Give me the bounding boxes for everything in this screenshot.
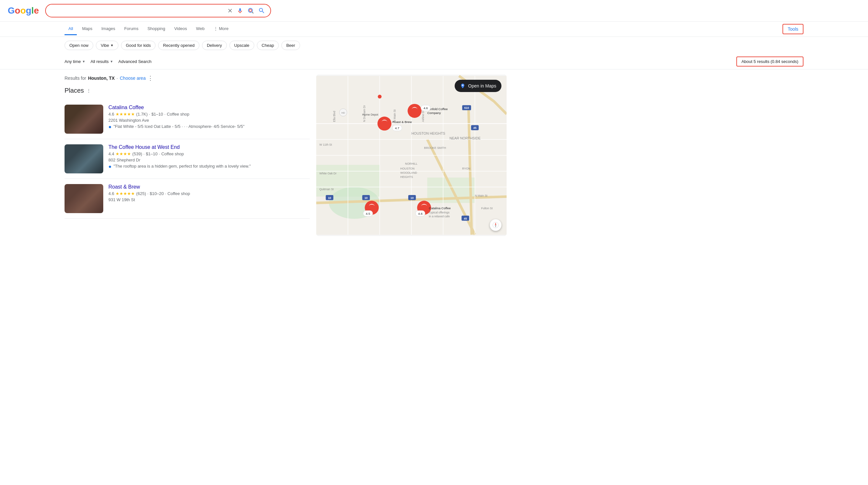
lens-button[interactable] xyxy=(247,7,254,14)
compass-button[interactable] xyxy=(490,219,501,231)
place-image-catalina xyxy=(65,105,103,134)
svg-point-73 xyxy=(462,85,463,86)
results-count: About 5 results (0.84 seconds) xyxy=(736,57,803,66)
tab-more[interactable]: ⋮ More xyxy=(210,23,232,35)
rating-stars-roast-brew: ★★★★★ xyxy=(116,191,135,196)
place-card-roast-brew: Roast & Brew 4.6 ★★★★★ (625) · $10–20 · … xyxy=(65,179,310,219)
svg-point-1 xyxy=(249,9,252,11)
place-info-coffee-house: The Coffee House at West End 4.4 ★★★★ (5… xyxy=(108,144,310,173)
any-time-arrow-icon: ▼ xyxy=(82,60,86,63)
clear-icon xyxy=(227,8,233,13)
svg-marker-76 xyxy=(495,225,496,228)
places-header: Places ⋮ xyxy=(65,87,310,94)
filter-chips: Open now Vibe ▼ Good for kids Recently o… xyxy=(0,37,868,54)
place-meta-roast-brew: 4.6 ★★★★★ (625) · $10–20 · Coffee shop xyxy=(108,191,310,196)
places-menu-icon[interactable]: ⋮ xyxy=(87,88,91,93)
svg-text:4.6: 4.6 xyxy=(418,212,423,216)
chip-vibe[interactable]: Vibe ▼ xyxy=(96,41,118,50)
svg-text:45: 45 xyxy=(464,217,467,220)
voice-search-button[interactable] xyxy=(237,7,243,14)
chip-cheap[interactable]: Cheap xyxy=(257,41,279,50)
svg-text:HD: HD xyxy=(341,111,345,114)
svg-text:in a relaxed cafe: in a relaxed cafe xyxy=(429,215,450,218)
tab-maps[interactable]: Maps xyxy=(78,23,96,35)
svg-line-2 xyxy=(252,12,254,13)
svg-text:4.7: 4.7 xyxy=(395,126,400,130)
place-name-catalina[interactable]: Catalina Coffee xyxy=(108,105,310,110)
tab-forums[interactable]: Forums xyxy=(120,23,142,35)
places-title: Places xyxy=(65,87,84,94)
tab-all[interactable]: All xyxy=(65,23,77,35)
chip-beer[interactable]: Beer xyxy=(281,41,300,50)
place-card-coffee-house: The Coffee House at West End 4.4 ★★★★ (5… xyxy=(65,139,310,179)
place-meta-catalina: 4.6 ★★★★★ (1.7K) · $1–10 · Coffee shop xyxy=(108,112,310,117)
map-svg: Ella Blvd N Durham Dr N Main St Airline … xyxy=(316,75,506,236)
maps-logo-icon xyxy=(460,83,466,89)
svg-text:W 11th St: W 11th St xyxy=(319,143,332,147)
chip-delivery[interactable]: Delivery xyxy=(202,41,227,50)
place-info-roast-brew: Roast & Brew 4.6 ★★★★★ (625) · $10–20 · … xyxy=(108,184,310,213)
search-tools-bar: Any time ▼ All results ▼ Advanced Search… xyxy=(0,54,868,69)
main-content: Results for Houston, TX · Choose area ⋮ … xyxy=(0,69,868,241)
svg-text:Home Depot: Home Depot xyxy=(362,113,378,116)
rating-stars-coffee-house: ★★★★ xyxy=(116,151,131,156)
svg-text:Roast & Brew: Roast & Brew xyxy=(392,120,412,124)
nav-tabs: All Maps Images Forums Shopping Videos W… xyxy=(0,22,868,37)
chip-upscale[interactable]: Upscale xyxy=(229,41,254,50)
svg-point-60 xyxy=(378,95,382,98)
search-input[interactable]: allintitle:best coffee places in Houston xyxy=(51,8,225,13)
svg-text:BROOKE SMITH: BROOKE SMITH xyxy=(424,146,446,149)
svg-text:N Main St: N Main St xyxy=(475,194,488,197)
search-bar: allintitle:best coffee places in Houston xyxy=(45,4,271,18)
all-results-arrow-icon: ▼ xyxy=(110,60,113,63)
svg-text:4.5: 4.5 xyxy=(366,212,370,216)
svg-text:Quitman St: Quitman St xyxy=(319,188,334,191)
header: Google allintitle:best coffee places in … xyxy=(0,0,868,22)
svg-text:Airline Dr: Airline Dr xyxy=(422,110,425,122)
svg-text:10: 10 xyxy=(410,196,414,200)
svg-text:NEAR NORTHSIDE: NEAR NORTHSIDE xyxy=(450,136,480,140)
tab-images[interactable]: Images xyxy=(97,23,119,35)
review-avatar-icon-2: ● xyxy=(108,164,112,170)
place-image-roast-brew xyxy=(65,184,103,213)
tools-button[interactable]: Tools xyxy=(782,24,803,34)
review-avatar-icon: ● xyxy=(108,124,112,130)
map-container[interactable]: Ella Blvd N Durham Dr N Main St Airline … xyxy=(316,75,506,236)
more-options-icon[interactable]: ⋮ xyxy=(148,75,153,82)
chip-good-for-kids[interactable]: Good for kids xyxy=(121,41,156,50)
vibe-arrow-icon: ▼ xyxy=(111,44,114,47)
any-time-filter[interactable]: Any time ▼ xyxy=(65,59,85,64)
google-logo: Google xyxy=(8,5,39,16)
place-name-coffee-house[interactable]: The Coffee House at West End xyxy=(108,144,310,150)
svg-marker-75 xyxy=(495,223,496,225)
place-address-roast-brew: 931 W 19th St xyxy=(108,197,310,202)
open-in-maps-button[interactable]: Open in Maps xyxy=(455,80,501,92)
svg-text:4.6: 4.6 xyxy=(423,106,428,110)
svg-text:HOUSTON HEIGHTS: HOUSTON HEIGHTS xyxy=(411,132,445,135)
right-panel: Ella Blvd N Durham Dr N Main St Airline … xyxy=(316,75,506,236)
tab-videos[interactable]: Videos xyxy=(170,23,191,35)
svg-text:NORHILL: NORHILL xyxy=(405,163,417,166)
place-review-catalina: ● "Flat White - 5/5 Iced Oat Latte - 5/5… xyxy=(108,124,310,130)
svg-text:Catalina Coffee: Catalina Coffee xyxy=(429,206,451,210)
search-button[interactable] xyxy=(258,7,265,14)
advanced-search-link[interactable]: Advanced Search xyxy=(118,59,152,64)
svg-text:HEIGHTS: HEIGHTS xyxy=(400,175,413,178)
place-address-coffee-house: 802 Shepherd Dr xyxy=(108,158,310,163)
chip-recently-opened[interactable]: Recently opened xyxy=(158,41,199,50)
chip-open-now[interactable]: Open now xyxy=(65,41,93,50)
all-results-filter[interactable]: All results ▼ xyxy=(90,59,113,64)
svg-text:45: 45 xyxy=(473,126,476,130)
place-image-coffee-house xyxy=(65,144,103,173)
tab-shopping[interactable]: Shopping xyxy=(144,23,169,35)
place-name-roast-brew[interactable]: Roast & Brew xyxy=(108,184,310,190)
svg-text:Company: Company xyxy=(427,111,441,115)
place-meta-coffee-house: 4.4 ★★★★ (539) · $1–10 · Coffee shop xyxy=(108,151,310,156)
tab-web[interactable]: Web xyxy=(192,23,209,35)
svg-text:HOUSTON: HOUSTON xyxy=(400,167,415,170)
svg-text:Ella Blvd: Ella Blvd xyxy=(333,111,336,122)
clear-button[interactable] xyxy=(227,8,233,13)
place-info-catalina: Catalina Coffee 4.6 ★★★★★ (1.7K) · $1–10… xyxy=(108,105,310,134)
choose-area-link[interactable]: Choose area xyxy=(120,76,146,81)
svg-text:RYON: RYON xyxy=(462,167,470,170)
